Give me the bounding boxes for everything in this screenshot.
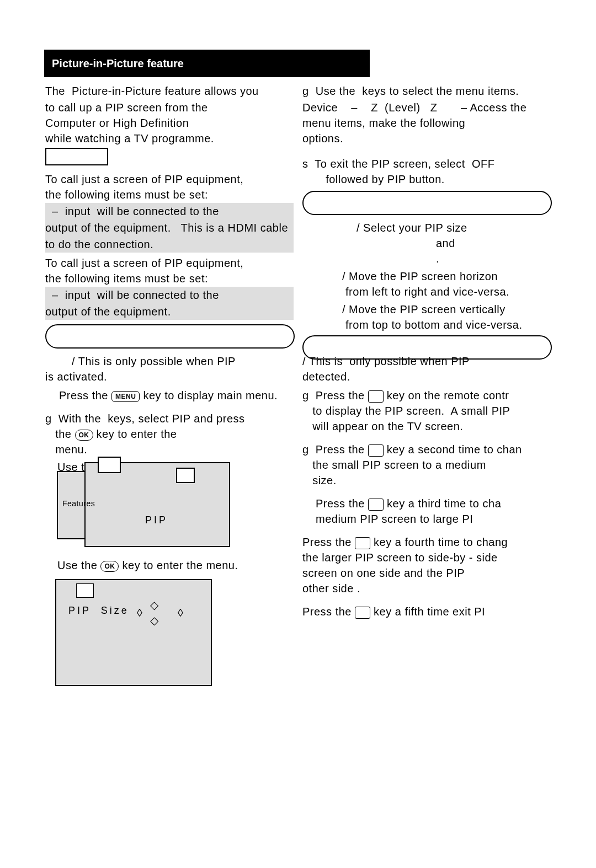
r-d1b: to display the PIP screen. A small PIP	[302, 403, 510, 419]
r-exit1: s To exit the PIP screen, select OFF	[302, 156, 494, 172]
diagram-label-b: PIP	[145, 512, 168, 528]
arrow-down-icon: ◇	[150, 612, 159, 629]
r-size: / Select your PIP size	[356, 219, 467, 236]
arrow-side-icon-b: ◊	[137, 604, 142, 621]
r-d3: Press the key a third time to cha	[316, 495, 501, 512]
r-d1: g Press the key on the remote contr	[302, 387, 509, 404]
note-a: / This is only possible when PIP	[72, 353, 236, 369]
pip-layout-diagram: Features PIP	[51, 451, 233, 548]
section-header: Picture-in-Picture feature	[44, 50, 370, 77]
r-p1: g Use the keys to select the menu items.	[302, 83, 519, 99]
pip-d: the following items must be set:	[45, 270, 208, 287]
r-d4c: screen on one side and the PIP	[302, 565, 465, 581]
r-m1b: from left to right and vice-versa.	[342, 283, 509, 300]
pip-c: To call just a screen of PIP equipment,	[45, 255, 243, 271]
r-d2b: the small PIP screen to a medium	[302, 457, 486, 473]
note-b: is activated.	[45, 368, 107, 385]
r-p3: menu items, make the following	[302, 115, 465, 131]
pip-b: the following items must be set:	[45, 186, 208, 203]
highlight-1c: to do the connection.	[45, 236, 294, 253]
highlight-2a: – input will be connected to the	[45, 287, 294, 303]
rounded-box-left	[45, 324, 295, 349]
r-d2: g Press the key a second time to chan	[302, 441, 522, 458]
para-2: to call up a PIP screen from the	[45, 99, 208, 116]
pip-a: To call just a screen of PIP equipment,	[45, 171, 243, 187]
para-1: The Picture-in-Picture feature allows yo…	[45, 83, 259, 99]
r-d4: Press the key a fourth time to chang	[302, 534, 508, 550]
arrow-side-icon: ◊	[178, 604, 183, 621]
arrow-up-icon: ◇	[150, 597, 159, 613]
ok-key-a[interactable]: OK	[75, 430, 93, 441]
pip-size-diagram: PIP Size ◇ ◇ ◊ ◊	[55, 579, 212, 686]
rounded-box-r1	[302, 191, 552, 215]
r-d4d: other side .	[302, 580, 360, 597]
r-d1c: will appear on the TV screen.	[302, 418, 463, 435]
r-d3b: medium PIP screen to large PI	[316, 511, 473, 527]
r-d5: Press the key a fifth time exit PI	[302, 603, 485, 620]
r-p2: Device – Z (Level) Z – Access the	[302, 99, 526, 116]
r-m1: / Move the PIP screen horizon	[342, 268, 498, 285]
r-p4: options.	[302, 130, 343, 147]
remote-key-icon-b[interactable]	[368, 444, 384, 457]
highlight-2b: output of the equipment.	[45, 303, 294, 320]
step4: Use the OK key to enter the menu.	[57, 557, 238, 574]
step2b: the OK key to enter the	[45, 426, 177, 442]
r-m2b: from top to bottom and vice-versa.	[342, 317, 523, 333]
step1: Press the MENU key to display main menu.	[59, 387, 278, 404]
r-d2c: size.	[302, 472, 337, 489]
remote-key-icon-d[interactable]	[355, 537, 370, 549]
highlight-1b: output of the equipment. This is a HDMI …	[45, 219, 294, 236]
para-4: while watching a TV programme.	[45, 130, 214, 147]
remote-key-icon[interactable]	[368, 390, 384, 403]
activation-box	[45, 148, 108, 165]
r-size-dot: .	[436, 250, 439, 267]
highlight-1a: – input will be connected to the	[45, 203, 294, 219]
r-m2: / Move the PIP screen vertically	[342, 301, 505, 318]
diagram-label-a: Features	[62, 495, 95, 512]
r-d4b: the larger PIP screen to side-by - side	[302, 549, 498, 566]
para-3: Computer or High Definition	[45, 115, 189, 131]
ok-key-b[interactable]: OK	[100, 561, 119, 572]
pip-size-label: PIP Size	[68, 602, 129, 619]
r-note2: detected.	[302, 368, 350, 385]
r-exit2: followed by PIP button.	[316, 171, 445, 187]
r-note: / This is only possible when PIP	[302, 353, 470, 369]
menu-key[interactable]: MENU	[111, 391, 140, 402]
remote-key-icon-e[interactable]	[355, 607, 370, 619]
step2a: g With the keys, select PIP and press	[45, 410, 245, 427]
r-size-and: and	[436, 235, 455, 251]
remote-key-icon-c[interactable]	[368, 499, 384, 511]
